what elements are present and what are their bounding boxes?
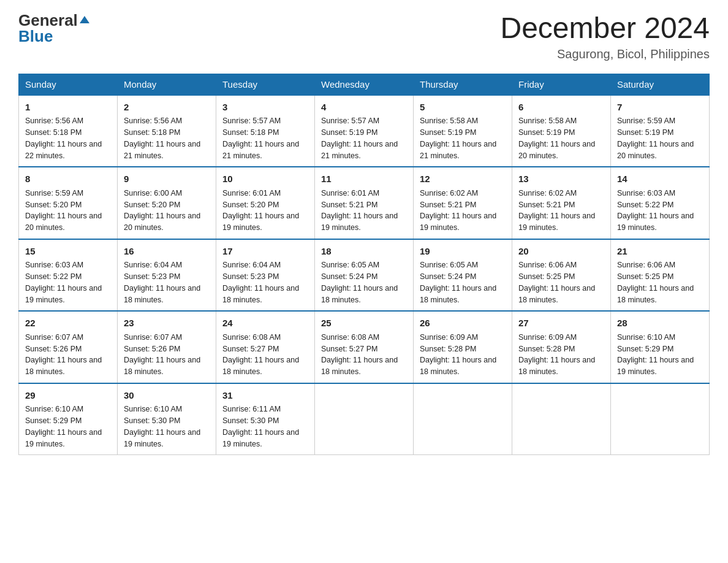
daylight-text: Daylight: 11 hours and 19 minutes. (321, 212, 398, 232)
day-number: 3 (222, 101, 308, 115)
sunrise-text: Sunrise: 6:10 AM (617, 333, 675, 342)
daylight-text: Daylight: 11 hours and 18 minutes. (124, 284, 200, 304)
week-row-1: 1Sunrise: 5:56 AMSunset: 5:18 PMDaylight… (19, 95, 710, 167)
weekday-header-monday: Monday (118, 74, 216, 95)
daylight-text: Daylight: 11 hours and 19 minutes. (518, 212, 595, 232)
calendar-cell: 24Sunrise: 6:08 AMSunset: 5:27 PMDayligh… (216, 311, 315, 383)
day-number: 6 (518, 101, 604, 115)
daylight-text: Daylight: 11 hours and 18 minutes. (124, 356, 200, 376)
sunrise-text: Sunrise: 6:01 AM (222, 189, 281, 197)
calendar-cell: 30Sunrise: 6:10 AMSunset: 5:30 PMDayligh… (118, 383, 216, 455)
sunset-text: Sunset: 5:24 PM (321, 272, 377, 281)
calendar-cell: 8Sunrise: 5:59 AMSunset: 5:20 PMDaylight… (19, 167, 118, 239)
daylight-text: Daylight: 11 hours and 19 minutes. (420, 212, 496, 232)
day-number: 21 (617, 245, 703, 259)
day-number: 22 (25, 316, 111, 331)
location-text: Sagurong, Bicol, Philippines (500, 47, 710, 61)
sunrise-text: Sunrise: 6:10 AM (25, 405, 83, 413)
daylight-text: Daylight: 11 hours and 20 minutes. (124, 212, 200, 232)
sunrise-text: Sunrise: 6:00 AM (124, 189, 182, 197)
daylight-text: Daylight: 11 hours and 19 minutes. (222, 212, 299, 232)
calendar-cell: 22Sunrise: 6:07 AMSunset: 5:26 PMDayligh… (19, 311, 118, 383)
calendar-cell: 14Sunrise: 6:03 AMSunset: 5:22 PMDayligh… (611, 167, 710, 239)
logo-blue-text: Blue (18, 28, 53, 44)
sunset-text: Sunset: 5:18 PM (222, 128, 279, 137)
page-header: General Blue December 2024 Sagurong, Bic… (18, 12, 710, 61)
daylight-text: Daylight: 11 hours and 21 minutes. (222, 140, 299, 160)
sunrise-text: Sunrise: 5:56 AM (25, 117, 83, 125)
sunset-text: Sunset: 5:21 PM (321, 201, 377, 209)
weekday-header-wednesday: Wednesday (315, 74, 414, 95)
day-number: 16 (124, 245, 210, 259)
sunrise-text: Sunrise: 6:05 AM (321, 261, 379, 269)
daylight-text: Daylight: 11 hours and 18 minutes. (420, 356, 496, 376)
sunset-text: Sunset: 5:21 PM (518, 201, 575, 209)
sunrise-text: Sunrise: 6:11 AM (222, 405, 281, 413)
week-row-5: 29Sunrise: 6:10 AMSunset: 5:29 PMDayligh… (19, 383, 710, 455)
sunrise-text: Sunrise: 6:04 AM (222, 261, 281, 269)
daylight-text: Daylight: 11 hours and 18 minutes. (617, 284, 694, 304)
calendar-cell: 9Sunrise: 6:00 AMSunset: 5:20 PMDaylight… (118, 167, 216, 239)
sunset-text: Sunset: 5:19 PM (321, 128, 377, 137)
calendar-cell: 17Sunrise: 6:04 AMSunset: 5:23 PMDayligh… (216, 239, 315, 312)
sunset-text: Sunset: 5:23 PM (124, 272, 180, 281)
sunrise-text: Sunrise: 6:04 AM (124, 261, 182, 269)
daylight-text: Daylight: 11 hours and 19 minutes. (25, 428, 102, 448)
weekday-header-tuesday: Tuesday (216, 74, 315, 95)
daylight-text: Daylight: 11 hours and 22 minutes. (25, 140, 102, 160)
calendar-cell: 19Sunrise: 6:05 AMSunset: 5:24 PMDayligh… (414, 239, 512, 312)
day-number: 12 (420, 172, 506, 186)
sunset-text: Sunset: 5:20 PM (25, 201, 82, 209)
day-number: 15 (25, 245, 111, 259)
sunset-text: Sunset: 5:30 PM (124, 416, 180, 425)
sunset-text: Sunset: 5:24 PM (420, 272, 476, 281)
day-number: 5 (420, 101, 506, 115)
weekday-header-row: SundayMondayTuesdayWednesdayThursdayFrid… (19, 74, 710, 95)
sunset-text: Sunset: 5:29 PM (617, 345, 673, 353)
daylight-text: Daylight: 11 hours and 18 minutes. (25, 356, 102, 376)
calendar-cell: 12Sunrise: 6:02 AMSunset: 5:21 PMDayligh… (414, 167, 512, 239)
sunrise-text: Sunrise: 6:10 AM (124, 405, 182, 413)
sunset-text: Sunset: 5:19 PM (617, 128, 673, 137)
day-number: 11 (321, 172, 407, 186)
logo-general-text: General (18, 12, 89, 28)
weekday-header-sunday: Sunday (19, 74, 118, 95)
sunset-text: Sunset: 5:23 PM (222, 272, 279, 281)
calendar-cell: 26Sunrise: 6:09 AMSunset: 5:28 PMDayligh… (414, 311, 512, 383)
daylight-text: Daylight: 11 hours and 18 minutes. (321, 284, 398, 304)
calendar-cell: 27Sunrise: 6:09 AMSunset: 5:28 PMDayligh… (512, 311, 611, 383)
sunrise-text: Sunrise: 5:59 AM (617, 117, 675, 125)
sunset-text: Sunset: 5:18 PM (124, 128, 180, 137)
calendar-cell: 20Sunrise: 6:06 AMSunset: 5:25 PMDayligh… (512, 239, 611, 312)
daylight-text: Daylight: 11 hours and 19 minutes. (617, 212, 694, 232)
daylight-text: Daylight: 11 hours and 18 minutes. (222, 284, 299, 304)
day-number: 31 (222, 389, 308, 403)
header-right: December 2024 Sagurong, Bicol, Philippin… (500, 12, 710, 61)
sunrise-text: Sunrise: 6:08 AM (222, 333, 281, 342)
sunset-text: Sunset: 5:26 PM (25, 345, 82, 353)
day-number: 13 (518, 172, 604, 186)
logo: General Blue (18, 12, 89, 44)
sunrise-text: Sunrise: 6:06 AM (617, 261, 675, 269)
sunrise-text: Sunrise: 6:02 AM (420, 189, 478, 197)
sunrise-text: Sunrise: 6:03 AM (617, 189, 675, 197)
calendar-cell: 23Sunrise: 6:07 AMSunset: 5:26 PMDayligh… (118, 311, 216, 383)
day-number: 27 (518, 316, 604, 331)
sunrise-text: Sunrise: 6:07 AM (124, 333, 182, 342)
month-title: December 2024 (500, 12, 710, 45)
day-number: 4 (321, 101, 407, 115)
day-number: 8 (25, 172, 111, 186)
sunset-text: Sunset: 5:29 PM (25, 416, 82, 425)
day-number: 28 (617, 316, 703, 331)
calendar-cell: 15Sunrise: 6:03 AMSunset: 5:22 PMDayligh… (19, 239, 118, 312)
calendar-cell (315, 383, 414, 455)
sunrise-text: Sunrise: 5:57 AM (222, 117, 281, 125)
daylight-text: Daylight: 11 hours and 20 minutes. (617, 140, 694, 160)
daylight-text: Daylight: 11 hours and 20 minutes. (25, 212, 102, 232)
calendar-cell (414, 383, 512, 455)
sunrise-text: Sunrise: 5:57 AM (321, 117, 379, 125)
sunrise-text: Sunrise: 6:03 AM (25, 261, 83, 269)
sunset-text: Sunset: 5:20 PM (124, 201, 180, 209)
day-number: 23 (124, 316, 210, 331)
sunset-text: Sunset: 5:21 PM (420, 201, 476, 209)
